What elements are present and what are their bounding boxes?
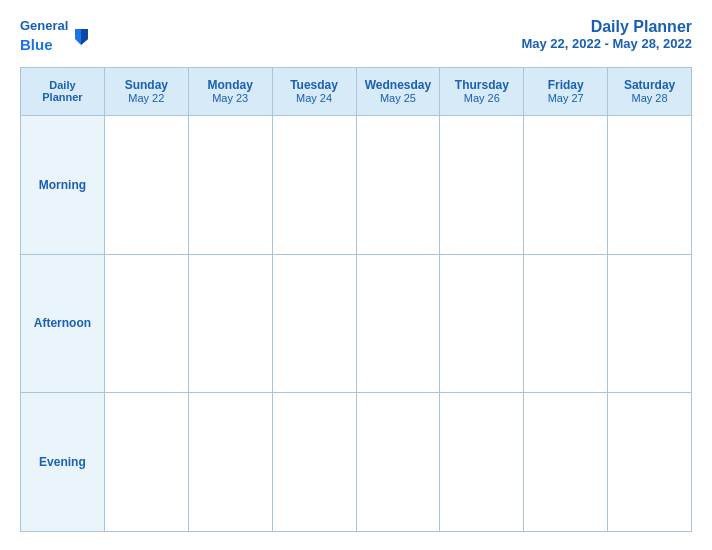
table-row-morning: Morning xyxy=(21,115,692,254)
col-header-saturday: Saturday May 28 xyxy=(608,67,692,115)
evening-tuesday[interactable] xyxy=(272,393,356,532)
afternoon-sunday[interactable] xyxy=(104,254,188,393)
morning-thursday[interactable] xyxy=(440,115,524,254)
afternoon-thursday[interactable] xyxy=(440,254,524,393)
tuesday-name: Tuesday xyxy=(277,78,352,92)
col-header-monday: Monday May 23 xyxy=(188,67,272,115)
col-label-day2: Planner xyxy=(25,91,100,103)
evening-thursday[interactable] xyxy=(440,393,524,532)
sunday-name: Sunday xyxy=(109,78,184,92)
morning-saturday[interactable] xyxy=(608,115,692,254)
afternoon-saturday[interactable] xyxy=(608,254,692,393)
col-header-wednesday: Wednesday May 25 xyxy=(356,67,440,115)
calendar-header-row: Daily Planner Sunday May 22 Monday May 2… xyxy=(21,67,692,115)
evening-monday[interactable] xyxy=(188,393,272,532)
friday-date: May 27 xyxy=(528,92,603,104)
logo-area: General Blue xyxy=(20,18,92,55)
afternoon-monday[interactable] xyxy=(188,254,272,393)
col-label-day1: Daily xyxy=(25,79,100,91)
saturday-date: May 28 xyxy=(612,92,687,104)
logo-text: General Blue xyxy=(20,18,68,55)
afternoon-friday[interactable] xyxy=(524,254,608,393)
table-row-afternoon: Afternoon xyxy=(21,254,692,393)
col-header-sunday: Sunday May 22 xyxy=(104,67,188,115)
morning-label: Morning xyxy=(21,115,105,254)
tuesday-date: May 24 xyxy=(277,92,352,104)
wednesday-name: Wednesday xyxy=(361,78,436,92)
wednesday-date: May 25 xyxy=(361,92,436,104)
friday-name: Friday xyxy=(528,78,603,92)
main-title: Daily Planner xyxy=(521,18,692,36)
date-range: May 22, 2022 - May 28, 2022 xyxy=(521,36,692,51)
evening-saturday[interactable] xyxy=(608,393,692,532)
monday-name: Monday xyxy=(193,78,268,92)
thursday-date: May 26 xyxy=(444,92,519,104)
afternoon-tuesday[interactable] xyxy=(272,254,356,393)
afternoon-wednesday[interactable] xyxy=(356,254,440,393)
saturday-name: Saturday xyxy=(612,78,687,92)
evening-wednesday[interactable] xyxy=(356,393,440,532)
logo-general: General xyxy=(20,18,68,33)
table-row-evening: Evening xyxy=(21,393,692,532)
morning-sunday[interactable] xyxy=(104,115,188,254)
col-header-tuesday: Tuesday May 24 xyxy=(272,67,356,115)
evening-label: Evening xyxy=(21,393,105,532)
evening-sunday[interactable] xyxy=(104,393,188,532)
monday-date: May 23 xyxy=(193,92,268,104)
afternoon-label: Afternoon xyxy=(21,254,105,393)
col-header-label: Daily Planner xyxy=(21,67,105,115)
col-header-thursday: Thursday May 26 xyxy=(440,67,524,115)
header: General Blue Daily Planner May 22, 2022 … xyxy=(20,18,692,55)
thursday-name: Thursday xyxy=(444,78,519,92)
title-area: Daily Planner May 22, 2022 - May 28, 202… xyxy=(521,18,692,51)
sunday-date: May 22 xyxy=(109,92,184,104)
morning-friday[interactable] xyxy=(524,115,608,254)
morning-tuesday[interactable] xyxy=(272,115,356,254)
calendar-table: Daily Planner Sunday May 22 Monday May 2… xyxy=(20,67,692,532)
logo-icon xyxy=(70,25,92,47)
evening-friday[interactable] xyxy=(524,393,608,532)
svg-marker-1 xyxy=(81,29,88,45)
col-header-friday: Friday May 27 xyxy=(524,67,608,115)
morning-wednesday[interactable] xyxy=(356,115,440,254)
page: General Blue Daily Planner May 22, 2022 … xyxy=(0,0,712,550)
logo-blue: Blue xyxy=(20,36,53,53)
morning-monday[interactable] xyxy=(188,115,272,254)
